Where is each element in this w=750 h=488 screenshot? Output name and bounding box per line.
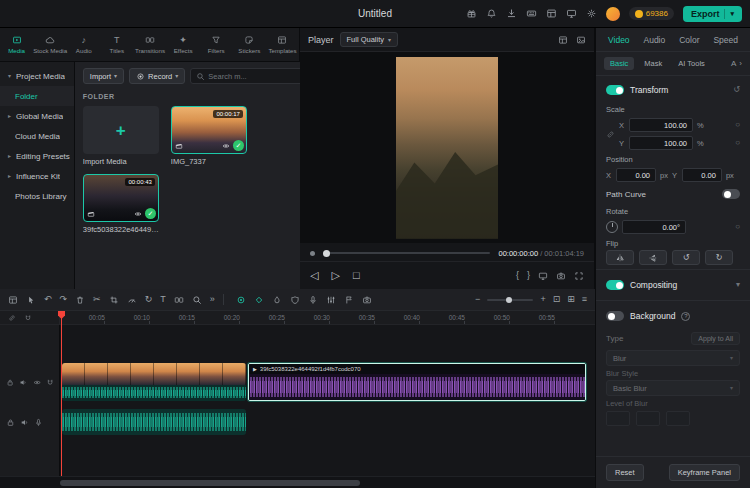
eye-icon[interactable] [33, 378, 41, 387]
search-input[interactable] [208, 72, 305, 81]
audio-mixer-icon[interactable] [326, 295, 336, 305]
blur-level-swatch[interactable] [606, 411, 630, 426]
track-list-icon[interactable]: ≡ [582, 295, 587, 304]
link-clips-icon[interactable] [8, 314, 16, 322]
sidebar-item-project-media[interactable]: ▾Project Media [0, 66, 74, 86]
fit-timeline-icon[interactable]: ⊡ [553, 295, 561, 304]
help-icon[interactable]: ? [681, 312, 690, 321]
sidebar-item-global-media[interactable]: ▸Global Media [0, 106, 74, 126]
keyframe-icon[interactable] [254, 295, 264, 305]
previous-frame-button[interactable]: ◁ [310, 270, 318, 281]
zoom-slider[interactable] [487, 299, 533, 301]
lock-icon[interactable] [6, 418, 15, 427]
blur-level-swatch[interactable] [636, 411, 660, 426]
import-media-tile[interactable]: + [83, 106, 159, 154]
sidebar-item-folder[interactable]: Folder [0, 86, 74, 106]
redo-icon[interactable]: ↷ [60, 295, 68, 304]
keyframe-add-icon[interactable]: ○ [735, 139, 740, 147]
tab-templates[interactable]: Templates [266, 28, 299, 61]
notification-bell-icon[interactable] [486, 8, 497, 19]
zoom-tool-icon[interactable] [192, 295, 202, 305]
mute-speaker-icon[interactable] [19, 378, 27, 387]
snapshot-icon[interactable] [362, 295, 372, 305]
crop-icon[interactable] [109, 295, 119, 305]
scale-y-field[interactable]: 100.00 [629, 136, 693, 150]
play-button[interactable]: ▷ [331, 270, 339, 281]
tab-transitions[interactable]: Transitions [133, 28, 166, 61]
blur-level-swatch[interactable] [666, 411, 690, 426]
more-tools-icon[interactable]: » [210, 295, 215, 304]
rotate-right-button[interactable]: ↻ [705, 250, 733, 265]
chevron-down-icon[interactable]: ▾ [736, 281, 740, 289]
export-button[interactable]: Export ▾ [683, 6, 742, 22]
video-clip-1[interactable] [62, 363, 246, 401]
flip-horizontal-button[interactable] [606, 250, 634, 265]
blur-type-dropdown[interactable]: Blur ▾ [606, 350, 740, 366]
keyframe-panel-button[interactable]: Keyframe Panel [669, 464, 740, 481]
download-icon[interactable] [506, 8, 517, 19]
split-scissors-icon[interactable]: ✂ [93, 295, 101, 304]
audio-clip-1[interactable] [62, 409, 246, 435]
tab-media[interactable]: Media [0, 28, 33, 61]
seek-bar[interactable] [323, 252, 490, 254]
media-browser-icon[interactable] [8, 295, 18, 305]
scrollbar-thumb[interactable] [60, 480, 360, 486]
split-view-icon[interactable] [558, 35, 568, 45]
speed-icon[interactable] [127, 295, 137, 305]
seek-handle[interactable] [323, 250, 330, 257]
media-thumbnail[interactable]: 00:00:43 ✓ [83, 174, 159, 222]
transform-toggle[interactable] [606, 85, 624, 95]
mic-icon[interactable] [34, 418, 43, 427]
tab-filters[interactable]: Filters [200, 28, 233, 61]
flip-vertical-button[interactable] [639, 250, 667, 265]
layout-icon[interactable] [546, 8, 557, 19]
timeline-scrollbar[interactable] [0, 476, 595, 488]
marker-icon[interactable] [344, 295, 354, 305]
compositing-toggle[interactable] [606, 280, 624, 290]
rotate-field[interactable]: 0.00° [622, 220, 686, 234]
coins-badge[interactable]: 69386 [629, 7, 674, 20]
mark-in-button[interactable]: { [516, 271, 519, 280]
voiceover-mic-icon[interactable] [308, 295, 318, 305]
chevron-down-icon[interactable]: ▾ [730, 10, 734, 17]
rotate-left-button[interactable]: ↺ [672, 250, 700, 265]
monitor-icon[interactable] [566, 8, 577, 19]
tab-video[interactable]: Video [608, 35, 630, 45]
motion-track-icon[interactable] [236, 295, 246, 305]
scale-x-field[interactable]: 100.00 [629, 118, 693, 132]
tab-effects[interactable]: ✦Effects [167, 28, 200, 61]
quality-dropdown[interactable]: Full Quality ▾ [340, 32, 399, 47]
sidebar-item-editing-presets[interactable]: ▸Editing Presets [0, 146, 74, 166]
display-ratio-icon[interactable] [538, 271, 548, 281]
rotate-dial[interactable] [606, 221, 618, 233]
position-y-field[interactable]: 0.00 [682, 168, 722, 182]
preview-eye-icon[interactable] [222, 142, 230, 150]
magnet-icon[interactable] [46, 378, 54, 387]
apply-to-all-button[interactable]: Apply to All [691, 332, 740, 345]
chevron-right-icon[interactable]: › [739, 60, 742, 68]
snapshot-camera-icon[interactable] [556, 271, 566, 281]
media-thumbnail[interactable]: 00:00:17 ✓ [171, 106, 247, 154]
add-track-icon[interactable]: ⊞ [567, 295, 575, 304]
timeline-ruler[interactable]: 00:05 00:10 00:15 00:20 00:25 00:30 00:3… [0, 311, 595, 325]
tab-audio[interactable]: ♪Audio [67, 28, 100, 61]
timeline-tracks[interactable]: ▶ 39fc5038322e464492f1d4fb7codc070 [0, 325, 595, 476]
gift-icon[interactable] [466, 8, 477, 19]
mask-icon[interactable] [290, 295, 300, 305]
avatar[interactable] [606, 7, 620, 21]
select-cursor-icon[interactable] [26, 295, 36, 305]
undo-icon[interactable]: ↶ [44, 295, 52, 304]
keyframe-add-icon[interactable]: ○ [735, 223, 740, 231]
subtab-mask[interactable]: Mask [638, 57, 668, 70]
tab-titles[interactable]: TTitles [100, 28, 133, 61]
sidebar-item-photos-library[interactable]: Photos Library [0, 186, 74, 206]
preview-eye-icon[interactable] [134, 210, 142, 218]
tab-color[interactable]: Color [679, 35, 699, 45]
transition-tool-icon[interactable] [174, 295, 184, 305]
uniform-scale-link-icon[interactable] [606, 116, 615, 152]
sidebar-item-cloud-media[interactable]: Cloud Media [0, 126, 74, 146]
subtab-partial[interactable]: A [731, 60, 736, 68]
tab-stock-media[interactable]: Stock Media [33, 28, 67, 61]
mark-out-button[interactable]: } [527, 271, 530, 280]
lock-icon[interactable] [6, 378, 14, 387]
